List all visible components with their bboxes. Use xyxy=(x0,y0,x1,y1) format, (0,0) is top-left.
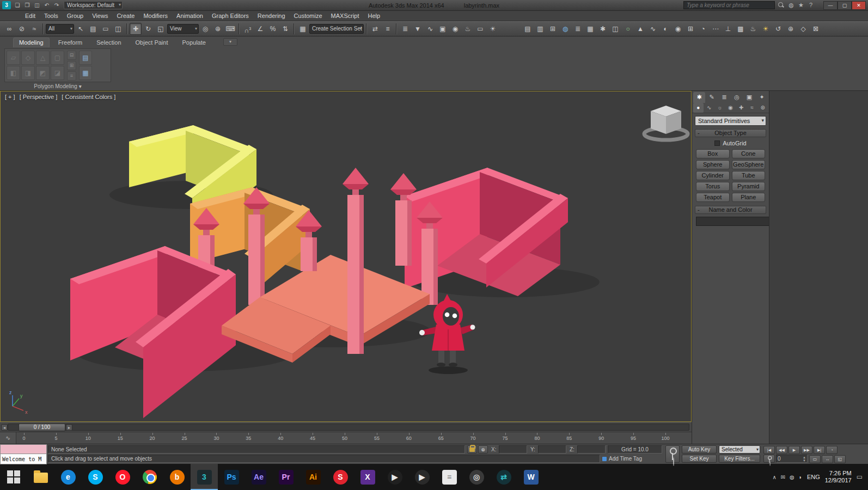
render-production[interactable]: ☀ xyxy=(487,23,499,35)
bind-to-space-warp[interactable]: ≈ xyxy=(28,23,40,35)
field-of-view[interactable]: ◇ xyxy=(797,23,809,35)
taskbar-clock[interactable]: 7:26 PM 12/9/2017 xyxy=(825,470,852,484)
ribbon-tab-modeling[interactable]: Modeling xyxy=(13,38,50,47)
visual-studio[interactable]: X xyxy=(354,464,381,490)
3ds-max[interactable]: 3 xyxy=(191,464,218,490)
mini-curve-editor-button[interactable]: ∿ xyxy=(0,432,16,444)
word[interactable]: W xyxy=(517,464,545,490)
open-file-icon[interactable]: ❐ xyxy=(22,1,32,10)
key-set-dropdown[interactable]: Selected▾ xyxy=(719,445,760,454)
menu-views[interactable]: Views xyxy=(88,11,112,20)
ribbon-side-tool-1[interactable]: ⊟ xyxy=(67,51,76,60)
save-file-icon[interactable]: ◫ xyxy=(32,1,42,10)
primitive-geosphere-button[interactable]: GeoSphere xyxy=(732,160,766,169)
name-color-rollout-header[interactable]: - Name and Color xyxy=(695,206,766,214)
ribbon-panel-caption[interactable]: Polygon Modeling ▾ xyxy=(4,83,111,90)
pan-timeline-button[interactable]: ↔ xyxy=(822,455,833,463)
ribbon-tall-tool-2[interactable]: ▦ xyxy=(79,66,92,80)
time-configuration-button[interactable]: ◔ xyxy=(826,446,838,454)
primitive-torus-button[interactable]: Torus xyxy=(696,182,730,191)
previous-frame-button[interactable]: ◀◀ xyxy=(776,446,787,454)
close-button[interactable]: ✕ xyxy=(852,1,866,10)
sun-light[interactable]: ☀ xyxy=(760,23,772,35)
panel-tab-utilities[interactable]: ✦ xyxy=(756,92,768,103)
wall-pink-left[interactable] xyxy=(70,246,236,418)
opera[interactable]: O xyxy=(109,464,136,490)
category-lights[interactable]: ☼ xyxy=(714,103,725,113)
workspace-dropdown[interactable]: Workspace: Default xyxy=(64,1,123,9)
zoom-extents-timeline-button[interactable]: ◱ xyxy=(834,455,846,463)
menu-customize[interactable]: Customize xyxy=(290,11,327,20)
menu-group[interactable]: Group xyxy=(63,11,88,20)
perspective-viewport[interactable]: [ + ] [ Perspective ] [ Consistent Color… xyxy=(0,91,692,422)
zoom-all[interactable]: ⊕ xyxy=(785,23,797,35)
time-slider-handle[interactable]: 0 / 100 xyxy=(19,424,65,431)
compare[interactable]: ◐ xyxy=(659,23,671,35)
animation-layers[interactable]: ≣ xyxy=(572,23,584,35)
curve-editor[interactable]: ∿ xyxy=(424,23,436,35)
maximize-viewport-toggle[interactable]: ⊠ xyxy=(810,23,822,35)
primitive-category-dropdown[interactable]: Standard Primitives xyxy=(695,116,766,126)
color-clipboard[interactable]: ▩ xyxy=(735,23,747,35)
primitive-tube-button[interactable]: Tube xyxy=(732,171,766,180)
rectangular-selection-region[interactable]: ▭ xyxy=(100,23,112,35)
autogrid-checkbox[interactable] xyxy=(714,140,720,146)
ribbon-tool-4[interactable]: ▢ xyxy=(51,51,64,65)
snaps-toggle[interactable]: ∩3 xyxy=(242,23,254,35)
undo-icon[interactable]: ↶ xyxy=(42,1,52,10)
macro-recorder[interactable] xyxy=(0,444,47,454)
edit-named-selection-sets[interactable]: ▦ xyxy=(297,23,309,35)
premiere[interactable]: Pr xyxy=(272,464,299,490)
ribbon-tool-3[interactable]: △ xyxy=(36,51,50,65)
ribbon-side-tool-2[interactable]: ⊞ xyxy=(67,61,76,70)
category-shapes[interactable]: ∿ xyxy=(704,103,714,113)
category-geometry[interactable]: ● xyxy=(693,103,704,113)
render-setup[interactable]: ♨ xyxy=(462,23,474,35)
tray-icon-3[interactable]: ◍ xyxy=(790,474,794,480)
set-key-button[interactable]: Set Key xyxy=(682,455,717,463)
reference-coordinate-system[interactable]: View xyxy=(167,24,199,34)
ribbon-tab-object-paint[interactable]: Object Paint xyxy=(130,38,174,47)
play-animation-button[interactable]: ▶ xyxy=(788,446,800,454)
select-object[interactable]: ↖ xyxy=(75,23,87,35)
viewport-menu-plus[interactable]: [ + ] xyxy=(5,94,15,100)
primitive-pyramid-button[interactable]: Pyramid xyxy=(732,182,766,191)
panel-tab-create[interactable]: ✱ xyxy=(693,92,705,103)
panel-tab-hierarchy[interactable]: ≣ xyxy=(718,92,730,103)
parameter-editor[interactable]: ▦ xyxy=(584,23,596,35)
next-frame-arrow[interactable]: ▸ xyxy=(66,424,72,431)
auto-key-button[interactable]: Auto Key xyxy=(682,445,717,454)
tray-icon-2[interactable]: ✉ xyxy=(781,474,785,480)
manage-layers[interactable]: ≣ xyxy=(399,23,411,35)
maximize-button[interactable]: ▢ xyxy=(838,1,852,10)
primitive-cylinder-button[interactable]: Cylinder xyxy=(696,171,730,180)
object-type-rollout-header[interactable]: - Object Type xyxy=(695,129,766,137)
previous-frame-arrow[interactable]: ◂ xyxy=(1,424,8,431)
primitive-cone-button[interactable]: Cone xyxy=(732,149,766,158)
skype[interactable]: S xyxy=(82,464,109,490)
menu-graph-editors[interactable]: Graph Editors xyxy=(207,11,253,20)
favorites-icon[interactable]: ★ xyxy=(797,2,805,9)
menu-help[interactable]: Help xyxy=(364,11,385,20)
language-indicator[interactable]: ENG xyxy=(807,474,820,480)
illustrator[interactable]: Ai xyxy=(299,464,327,490)
rendered-frame-window[interactable]: ▭ xyxy=(474,23,486,35)
isolate-selection[interactable]: ◉ xyxy=(672,23,684,35)
go-to-start-button[interactable]: |◀ xyxy=(763,446,775,454)
panel-tab-display[interactable]: ▣ xyxy=(743,92,755,103)
primitive-plane-button[interactable]: Plane xyxy=(732,193,766,202)
spline-tools[interactable]: ∿ xyxy=(647,23,659,35)
menu-create[interactable]: Create xyxy=(112,11,139,20)
ribbon-tab-freeform[interactable]: Freeform xyxy=(53,38,88,47)
go-to-end-button[interactable]: ▶| xyxy=(814,446,825,454)
app-logo-icon[interactable]: 3 xyxy=(2,1,11,9)
search-icon[interactable] xyxy=(778,2,784,8)
particle-view[interactable]: ✱ xyxy=(597,23,609,35)
menu-tools[interactable]: Tools xyxy=(40,11,63,20)
schematic-view[interactable]: ▣ xyxy=(437,23,449,35)
infocenter-search-input[interactable] xyxy=(683,1,775,9)
ribbon-tab-populate[interactable]: Populate xyxy=(176,38,211,47)
blender[interactable]: b xyxy=(163,464,191,490)
named-selection-set-dropdown[interactable]: Create Selection Set xyxy=(309,24,364,34)
keyboard-shortcut-override[interactable]: ⌨ xyxy=(224,23,236,35)
